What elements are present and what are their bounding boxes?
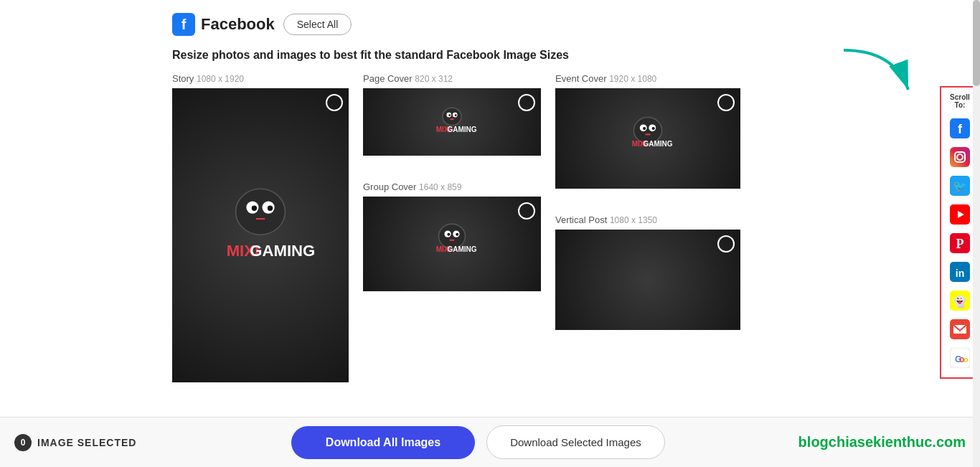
story-select-checkbox[interactable]	[326, 94, 343, 111]
event-cover-section: Event Cover 1920 x 1080	[555, 73, 740, 189]
scroll-to-email[interactable]	[946, 316, 974, 343]
svg-rect-3	[950, 147, 970, 167]
svg-text:🐦: 🐦	[953, 179, 967, 193]
download-selected-button[interactable]: Download Selected Images	[486, 425, 665, 459]
group-cover-select-checkbox[interactable]	[518, 202, 535, 220]
right-column: Event Cover 1920 x 1080 Vertical Post 10…	[555, 73, 740, 382]
page-cover-select-checkbox[interactable]	[518, 94, 535, 111]
svg-text:P: P	[956, 237, 964, 251]
story-column: Story 1080 x 1920	[172, 73, 349, 382]
selected-count-area: 0 IMAGE SELECTED	[14, 434, 158, 451]
main-content: Story 1080 x 1920 Page Cover 820 x 312 G…	[0, 73, 980, 382]
event-cover-select-checkbox[interactable]	[717, 94, 735, 111]
svg-text:o: o	[963, 355, 969, 364]
group-cover-section: Group Cover 1640 x 859	[363, 181, 541, 291]
page-cover-label: Page Cover 820 x 312	[363, 73, 541, 84]
group-cover-label: Group Cover 1640 x 859	[363, 181, 541, 192]
selected-count-badge: 0	[14, 434, 32, 451]
scroll-to-linkedin[interactable]: in	[946, 258, 974, 286]
event-cover-label: Event Cover 1920 x 1080	[555, 73, 740, 84]
scroll-to-google[interactable]: G o o	[946, 344, 974, 372]
svg-text:👻: 👻	[953, 295, 967, 308]
event-cover-card[interactable]	[555, 88, 740, 189]
download-all-button[interactable]: Download All Images	[291, 426, 475, 459]
page-title: Facebook	[201, 15, 275, 34]
page-cover-card[interactable]	[363, 88, 541, 156]
svg-point-6	[963, 152, 965, 154]
facebook-icon: f	[172, 13, 195, 36]
subtitle: Resize photos and images to best fit the…	[0, 43, 980, 73]
vertical-post-label: Vertical Post 1080 x 1350	[555, 214, 740, 225]
story-label: Story 1080 x 1920	[172, 73, 349, 84]
select-all-button[interactable]: Select All	[283, 14, 352, 35]
vertical-post-select-checkbox[interactable]	[717, 235, 735, 253]
vertical-post-card[interactable]	[555, 230, 740, 330]
scrollbar-track	[973, 0, 980, 467]
scroll-to-pinterest[interactable]: P	[946, 230, 974, 257]
story-image-card[interactable]	[172, 88, 349, 382]
bottom-actions: Download All Images Download Selected Im…	[172, 425, 784, 459]
facebook-logo: f Facebook	[172, 13, 275, 36]
scrollbar-thumb[interactable]	[973, 0, 980, 86]
middle-column: Page Cover 820 x 312 Group Cover 1640 x …	[363, 73, 541, 382]
scroll-to-label: Scroll To:	[944, 93, 976, 109]
selected-text: IMAGE SELECTED	[37, 437, 136, 448]
arrow-indicator	[837, 43, 923, 103]
page-cover-section: Page Cover 820 x 312	[363, 73, 541, 156]
scroll-to-facebook[interactable]: f	[946, 115, 974, 142]
svg-text:in: in	[956, 268, 964, 279]
scroll-to-twitter[interactable]: 🐦	[946, 172, 974, 199]
group-cover-card[interactable]	[363, 197, 541, 291]
scroll-to-youtube[interactable]	[946, 201, 974, 228]
scroll-to-snapchat[interactable]: 👻	[946, 287, 974, 314]
header: f Facebook Select All	[0, 0, 980, 43]
blog-watermark: blogchiasekienthuc.com	[798, 434, 966, 451]
vertical-post-section: Vertical Post 1080 x 1350	[555, 214, 740, 330]
scroll-to-instagram[interactable]	[946, 143, 974, 171]
svg-text:f: f	[958, 122, 963, 136]
bottom-bar: 0 IMAGE SELECTED Download All Images Dow…	[0, 417, 980, 467]
